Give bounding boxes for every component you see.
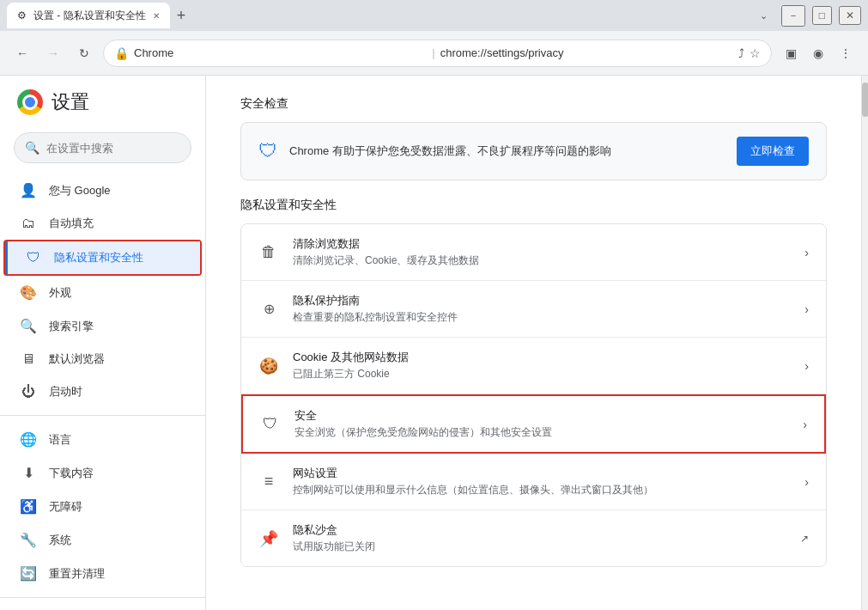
tab-strip-toggle[interactable]: ▣ [779,41,803,65]
settings-item-site-settings[interactable]: ≡ 网站设置 控制网站可以使用和显示什么信息（如位置信息、摄像头、弹出式窗口及其… [241,454,826,510]
scrollbar-thumb[interactable] [862,82,868,117]
reset-icon: 🔄 [20,565,37,582]
sidebar-item-search[interactable]: 🔍 搜索引擎 [0,309,205,343]
security-shield-icon: 🛡 [260,415,281,433]
titlebar-controls: ⌄ － □ ✕ [760,5,861,27]
tab-title: 设置 - 隐私设置和安全性 [33,9,146,23]
settings-item-privacy-guide[interactable]: ⊕ 隐私保护指南 检查重要的隐私控制设置和安全控件 › [241,281,826,338]
browser-toolbar: ← → ↻ 🔒 Chrome | chrome://settings/priva… [0,31,868,76]
settings-item-security[interactable]: 🛡 安全 安全浏览（保护您免受危险网站的侵害）和其他安全设置 › [241,394,826,454]
sidebar-divider [0,415,205,416]
security-icon: 🔒 [114,46,129,60]
share-icon[interactable]: ⤴ [738,46,744,60]
bookmark-icon[interactable]: ☆ [750,46,761,60]
sidebar-title: 设置 [52,89,89,115]
sidebar-item-appearance[interactable]: 🎨 外观 [0,276,205,309]
sidebar-item-downloads[interactable]: ⬇ 下载内容 [0,456,205,490]
sidebar-item-label: 重置并清理 [49,566,105,582]
check-now-button[interactable]: 立即检查 [737,137,809,166]
address-brand: Chrome [134,46,427,59]
sidebar: 设置 🔍 👤 您与 Google 🗂 自动填充 🛡 隐私设置和安全性 🎨 外观 [0,76,206,610]
site-settings-title: 网站设置 [293,466,791,481]
clear-browsing-arrow: › [804,246,809,259]
sidebar-item-label: 系统 [49,533,71,548]
sidebar-item-language[interactable]: 🌐 语言 [0,423,205,456]
clear-browsing-icon: 🗑 [258,243,279,261]
scrollbar[interactable] [861,76,868,610]
main-container: 设置 🔍 👤 您与 Google 🗂 自动填充 🛡 隐私设置和安全性 🎨 外观 [0,76,868,610]
sidebar-item-label: 无障碍 [49,499,82,515]
sidebar-item-label: 启动时 [49,384,82,400]
address-url: chrome://settings/privacy [440,46,733,59]
security-content: 安全 安全浏览（保护您免受危险网站的侵害）和其他安全设置 [294,408,789,440]
cookies-title: Cookie 及其他网站数据 [293,350,791,365]
search-input[interactable] [46,142,191,155]
profile-button[interactable]: ◉ [806,41,830,65]
sidebar-item-label: 语言 [49,432,71,448]
cookies-content: Cookie 及其他网站数据 已阻止第三方 Cookie [293,350,791,381]
sidebar-item-system[interactable]: 🔧 系统 [0,523,205,557]
sidebar-item-accessibility[interactable]: ♿ 无障碍 [0,490,205,523]
sandbox-content: 隐私沙盒 试用版功能已关闭 [293,522,786,554]
settings-item-sandbox[interactable]: 📌 隐私沙盒 试用版功能已关闭 ↗ [241,510,826,566]
sidebar-item-label: 外观 [49,285,71,301]
sandbox-icon: 📌 [258,529,279,548]
forward-button[interactable]: → [41,41,65,65]
safety-check-card: 🛡 Chrome 有助于保护您免受数据泄露、不良扩展程序等问题的影响 立即检查 [240,122,827,180]
safety-description: Chrome 有助于保护您免受数据泄露、不良扩展程序等问题的影响 [289,143,611,159]
sidebar-item-autofill[interactable]: 🗂 自动填充 [0,207,205,240]
refresh-button[interactable]: ↻ [72,41,96,65]
tab-favicon: ⚙ [17,9,27,21]
sidebar-item-google[interactable]: 👤 您与 Google [0,174,205,207]
settings-item-cookies[interactable]: 🍪 Cookie 及其他网站数据 已阻止第三方 Cookie › [241,338,826,394]
titlebar-left: ⚙ 设置 - 隐私设置和安全性 ✕ + [7,3,185,28]
sidebar-item-label: 隐私设置和安全性 [54,250,143,265]
default-browser-icon: 🖥 [20,351,37,367]
sidebar-item-label: 自动填充 [49,216,94,231]
sidebar-item-label: 您与 Google [49,183,111,198]
search-bar[interactable]: 🔍 [14,132,191,163]
sidebar-header: 设置 [0,76,205,129]
close-button[interactable]: ✕ [839,6,861,25]
sidebar-item-reset[interactable]: 🔄 重置并清理 [0,557,205,590]
startup-icon: ⏻ [20,384,37,400]
active-tab[interactable]: ⚙ 设置 - 隐私设置和安全性 ✕ [7,3,170,28]
sandbox-external-icon: ↗ [800,533,809,545]
sidebar-item-label: 下载内容 [49,466,94,481]
sidebar-item-extensions[interactable]: 🧩 扩展程序 ↗ [0,605,205,610]
new-tab-button[interactable]: + [177,7,186,25]
chrome-logo [17,89,43,115]
address-separator: | [432,46,434,59]
privacy-section-title: 隐私设置和安全性 [240,198,827,213]
address-actions: ⤴ ☆ [738,46,761,60]
maximize-button[interactable]: □ [812,6,832,25]
sidebar-item-startup[interactable]: ⏻ 启动时 [0,375,205,408]
address-bar[interactable]: 🔒 Chrome | chrome://settings/privacy ⤴ ☆ [103,40,772,67]
privacy-guide-title: 隐私保护指南 [293,293,791,308]
system-icon: 🔧 [20,532,37,548]
privacy-guide-arrow: › [804,302,809,316]
cookies-icon: 🍪 [258,357,279,375]
sandbox-subtitle: 试用版功能已关闭 [293,540,786,554]
privacy-guide-icon: ⊕ [258,301,279,317]
minimize-button[interactable]: － [781,5,805,27]
sidebar-item-privacy[interactable]: 🛡 隐私设置和安全性 [5,241,200,274]
site-settings-icon: ≡ [258,473,279,491]
sidebar-item-label: 默认浏览器 [49,351,105,367]
accessibility-icon: ♿ [20,498,37,515]
site-settings-arrow: › [804,475,809,489]
titlebar: ⚙ 设置 - 隐私设置和安全性 ✕ + ⌄ － □ ✕ [0,0,868,31]
settings-item-clear-browsing[interactable]: 🗑 清除浏览数据 清除浏览记录、Cookie、缓存及其他数据 › [241,224,826,281]
appearance-icon: 🎨 [20,284,37,301]
toolbar-actions: ▣ ◉ ⋮ [779,41,858,65]
settings-content: 安全检查 🛡 Chrome 有助于保护您免受数据泄露、不良扩展程序等问题的影响 … [206,76,861,610]
security-title: 安全 [294,408,789,424]
site-settings-content: 网站设置 控制网站可以使用和显示什么信息（如位置信息、摄像头、弹出式窗口及其他） [293,466,791,497]
site-settings-subtitle: 控制网站可以使用和显示什么信息（如位置信息、摄像头、弹出式窗口及其他） [293,483,791,497]
sidebar-item-default-browser[interactable]: 🖥 默认浏览器 [0,343,205,375]
menu-button[interactable]: ⋮ [834,41,858,65]
tab-close-button[interactable]: ✕ [153,11,160,21]
security-arrow: › [803,418,807,431]
back-button[interactable]: ← [10,41,34,65]
cookies-arrow: › [804,359,809,373]
